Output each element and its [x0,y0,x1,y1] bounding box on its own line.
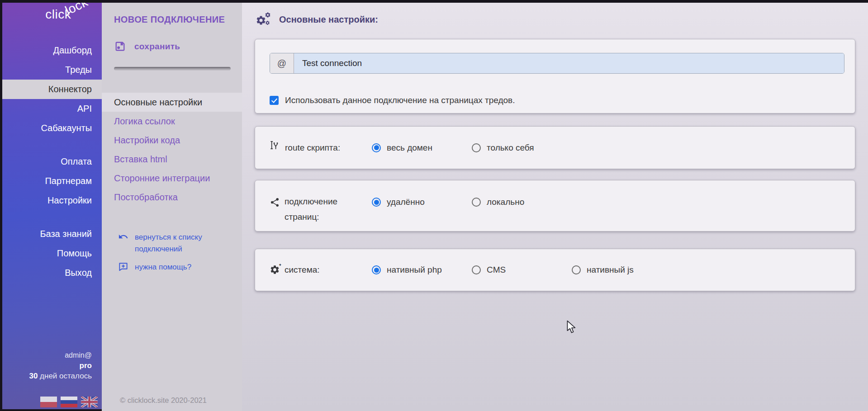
use-on-threads-option[interactable]: Использовать данное подключение на стран… [270,95,515,105]
frame-edge-bottom [0,409,102,411]
sidebar-item-settings[interactable]: Настройки [0,191,102,210]
russian-flag-icon[interactable] [61,397,77,407]
floppy-save-icon [114,40,126,52]
connection-name-group: @ [270,53,844,74]
option-whole-domain[interactable]: весь домен [372,143,472,153]
gear-icon: ✦ [270,265,280,275]
system-head: ✦ система: [270,262,372,278]
system-card: ✦ система: нативный php CMS нативный js [255,249,855,291]
mouse-cursor [566,320,578,334]
back-to-list-label: вернуться к списку подключений [135,231,221,255]
whole-domain-radio[interactable] [372,143,381,152]
option-local[interactable]: локально [472,197,572,207]
option-only-self[interactable]: только себя [472,143,572,153]
copyright-footer: © clicklock.site 2020-2021 [120,396,207,405]
save-button-label: сохранить [134,42,180,52]
save-button[interactable]: сохранить [114,40,180,52]
option-cms[interactable]: CMS [472,265,572,275]
sidebar-item-connector[interactable]: Коннектор [0,80,102,99]
page-title: Основные настройки: [256,12,378,27]
sidebar-item-payment[interactable]: Оплата [0,152,102,171]
use-on-threads-checkbox[interactable] [270,96,279,105]
sidebar-nav: Дашборд Треды Коннектор API Сабакаунты О… [0,41,102,283]
language-switcher [40,397,98,407]
settings-gears-icon [256,12,272,27]
need-help-link[interactable]: нужна помощь? [118,261,221,273]
main-content: Основные настройки: @ Использовать данно… [242,0,868,411]
only-self-radio[interactable] [472,143,481,152]
native-js-radio[interactable] [572,265,581,274]
cms-radio[interactable] [472,265,481,274]
polish-flag-icon[interactable] [40,397,57,407]
share-icon [270,197,280,208]
system-label: система: [285,262,320,278]
panel-menu-item-code-settings[interactable]: Настройки кода [102,131,242,150]
panel-menu-item-link-logic[interactable]: Логика ссылок [102,112,242,131]
system-row: ✦ система: нативный php CMS нативный js [255,249,855,291]
script-route-card: route скрипта: весь домен только себя [255,126,855,169]
frame-edge-top [0,0,868,3]
panel-header-divider [114,67,231,71]
native-php-radio[interactable] [372,265,381,274]
page-title-text: Основные настройки: [279,14,378,25]
script-route-label: route скрипта: [285,140,340,156]
option-native-php[interactable]: нативный php [372,265,472,275]
use-on-threads-label: Использовать данное подключение на стран… [285,95,515,105]
route-icon [270,140,280,151]
comment-plus-icon [118,261,128,272]
app-window: clicklock Дашборд Треды Коннектор API Са… [0,0,868,411]
sidebar-item-knowledge-base[interactable]: База знаний [0,224,102,244]
account-email: admin@ [29,350,92,360]
script-route-head: route скрипта: [270,140,372,156]
remote-radio[interactable] [372,198,381,207]
undo-arrow-icon [118,231,128,242]
pages-connection-card: подключение страниц: удалённо локально [255,180,855,231]
panel-menu-item-integrations[interactable]: Сторонние интеграции [102,169,242,188]
connection-name-card: @ Использовать данное подключение на стр… [255,39,855,113]
back-to-list-link[interactable]: вернуться к списку подключений [118,231,221,255]
account-info: admin@ pro 30 дней осталось [29,350,92,381]
script-route-row: route скрипта: весь домен только себя [255,127,855,169]
sidebar-item-threads[interactable]: Треды [0,60,102,80]
sidebar-item-subaccounts[interactable]: Сабакаунты [0,118,102,138]
pages-connection-head: подключение страниц: [270,194,372,225]
panel-menu-item-html-insert[interactable]: Вставка html [102,150,242,169]
frame-edge-left [0,0,2,411]
panel-title: НОВОЕ ПОДКЛЮЧЕНИЕ [114,14,225,25]
panel-menu-item-general-settings[interactable]: Основные настройки [102,93,242,112]
sidebar-item-logout[interactable]: Выход [0,263,102,283]
english-flag-icon[interactable] [81,397,98,407]
pages-connection-row: подключение страниц: удалённо локально [255,180,855,225]
sidebar-group-gap [0,210,102,224]
at-prefix: @ [270,53,294,73]
sidebar-item-dashboard[interactable]: Дашборд [0,41,102,60]
option-remote[interactable]: удалённо [372,197,472,207]
sidebar: clicklock Дашборд Треды Коннектор API Са… [0,0,102,411]
panel-menu-item-postprocessing[interactable]: Постобработка [102,188,242,207]
sidebar-group-gap [0,138,102,152]
sidebar-item-partners[interactable]: Партнерам [0,171,102,191]
account-plan-badge: pro [29,360,92,371]
connection-panel: НОВОЕ ПОДКЛЮЧЕНИЕ сохранить Основные нас… [102,0,242,411]
local-radio[interactable] [472,198,481,207]
connection-name-input[interactable] [294,53,844,73]
sidebar-item-help[interactable]: Помощь [0,244,102,263]
account-days-left: 30 дней осталось [29,371,92,381]
need-help-label: нужна помощь? [135,261,221,273]
pages-connection-label: подключение страниц: [285,194,352,225]
panel-menu: Основные настройки Логика ссылок Настрой… [102,93,242,207]
sidebar-item-api[interactable]: API [0,99,102,118]
option-native-js[interactable]: нативный js [572,265,672,275]
brand-logo[interactable]: clicklock [45,7,95,22]
